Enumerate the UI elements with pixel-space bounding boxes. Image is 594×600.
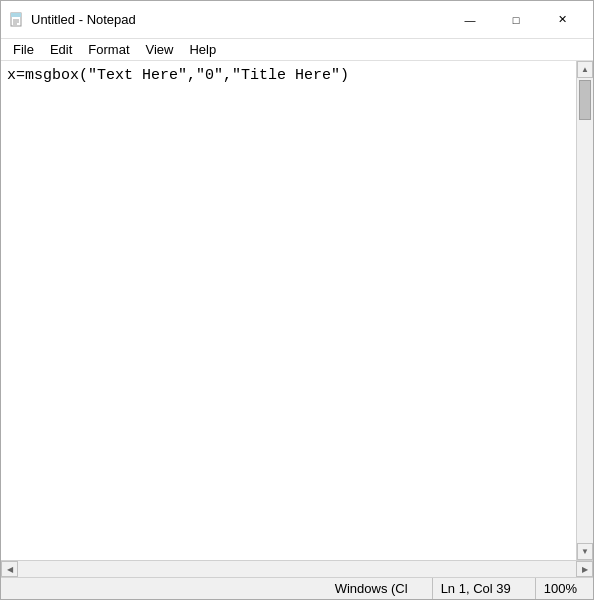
status-position: Ln 1, Col 39 bbox=[432, 578, 519, 599]
scroll-up-button[interactable]: ▲ bbox=[577, 61, 593, 78]
svg-rect-1 bbox=[11, 13, 21, 17]
menu-help[interactable]: Help bbox=[181, 40, 224, 59]
scroll-track-y[interactable] bbox=[577, 78, 593, 543]
app-icon bbox=[9, 12, 25, 28]
maximize-button[interactable]: □ bbox=[493, 4, 539, 36]
scroll-right-button[interactable]: ▶ bbox=[576, 561, 593, 577]
scroll-thumb-y[interactable] bbox=[579, 80, 591, 120]
scroll-track-x[interactable] bbox=[18, 561, 576, 577]
menu-format[interactable]: Format bbox=[80, 40, 137, 59]
text-editor[interactable]: x=msgbox("Text Here","0","Title Here") bbox=[1, 61, 576, 560]
horizontal-scrollbar[interactable]: ◀ ▶ bbox=[1, 560, 593, 577]
menu-bar: File Edit Format View Help bbox=[1, 39, 593, 61]
scroll-left-button[interactable]: ◀ bbox=[1, 561, 18, 577]
scroll-down-button[interactable]: ▼ bbox=[577, 543, 593, 560]
status-encoding: Windows (Cl bbox=[327, 578, 416, 599]
window-controls: — □ ✕ bbox=[447, 4, 585, 36]
menu-edit[interactable]: Edit bbox=[42, 40, 80, 59]
bottom-area: ◀ ▶ Windows (Cl Ln 1, Col 39 100% bbox=[1, 560, 593, 599]
window-title: Untitled - Notepad bbox=[31, 12, 136, 27]
menu-view[interactable]: View bbox=[138, 40, 182, 59]
title-left: Untitled - Notepad bbox=[9, 12, 136, 28]
status-bar: Windows (Cl Ln 1, Col 39 100% bbox=[1, 577, 593, 599]
close-button[interactable]: ✕ bbox=[539, 4, 585, 36]
status-zoom: 100% bbox=[535, 578, 585, 599]
minimize-button[interactable]: — bbox=[447, 4, 493, 36]
editor-area: x=msgbox("Text Here","0","Title Here") ▲… bbox=[1, 61, 593, 560]
notepad-window: Untitled - Notepad — □ ✕ File Edit Forma… bbox=[0, 0, 594, 600]
vertical-scrollbar[interactable]: ▲ ▼ bbox=[576, 61, 593, 560]
title-bar: Untitled - Notepad — □ ✕ bbox=[1, 1, 593, 39]
menu-file[interactable]: File bbox=[5, 40, 42, 59]
